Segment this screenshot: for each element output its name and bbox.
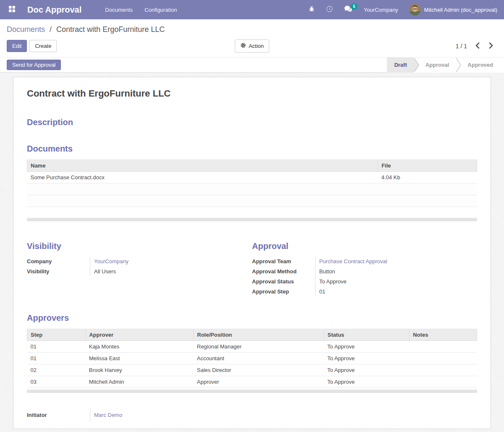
- navbar-systray: 5 YourCompany Mitchell Admin (doc_approv…: [303, 0, 499, 19]
- field-approval-method: Approval Method Button: [252, 266, 477, 276]
- status-step-approved[interactable]: Approved: [456, 58, 504, 73]
- approver-name-cell[interactable]: Brook Harvey: [86, 364, 194, 376]
- description-body: [27, 127, 477, 144]
- clock-icon: [326, 5, 333, 14]
- field-approval-team: Approval Team Purchase Contract Approval: [252, 256, 477, 266]
- approver-role-cell[interactable]: Sales Director: [194, 364, 324, 376]
- field-approval-step-label: Approval Step: [252, 288, 315, 295]
- approver-name-cell[interactable]: Mitchell Admin: [86, 376, 194, 388]
- approver-step-cell[interactable]: 02: [27, 364, 86, 376]
- field-approval-status-value: To Approve: [315, 276, 346, 286]
- approval-heading: Approval: [252, 241, 477, 251]
- documents-col-name[interactable]: Name: [27, 160, 378, 172]
- approvers-heading: Approvers: [27, 313, 477, 323]
- approver-notes-cell[interactable]: [410, 341, 477, 353]
- field-approval-method-value: Button: [315, 266, 335, 276]
- approvers-col-status[interactable]: Status: [324, 329, 409, 341]
- doc-approval-app: Doc Approval Documents Configuration 5: [0, 0, 504, 432]
- bug-icon: [308, 5, 315, 14]
- approvers-table-scrollbar[interactable]: [27, 390, 477, 393]
- breadcrumb-current: Contract with ErgoFurniture LLC: [56, 25, 165, 34]
- status-pipeline: Draft Approval Approved: [387, 58, 504, 73]
- company-switcher[interactable]: YourCompany: [358, 0, 404, 19]
- approver-role-cell[interactable]: Regional Manager: [194, 341, 324, 353]
- field-approval-team-label: Approval Team: [252, 258, 315, 264]
- app-brand[interactable]: Doc Approval: [21, 5, 87, 15]
- approver-notes-cell[interactable]: [410, 376, 477, 388]
- avatar: [409, 4, 421, 16]
- approver-row[interactable]: 01 Kaja Montes Regional Manager To Appro…: [27, 341, 477, 353]
- approvers-col-step[interactable]: Step: [27, 329, 86, 341]
- description-heading: Description: [27, 118, 477, 127]
- send-for-approval-button[interactable]: Send for Approval: [7, 60, 61, 70]
- apps-menu-button[interactable]: [3, 5, 21, 14]
- approver-status-cell[interactable]: To Approve: [324, 376, 409, 388]
- status-step-draft[interactable]: Draft: [387, 58, 414, 73]
- approver-row[interactable]: 02 Brook Harvey Sales Director To Approv…: [27, 364, 477, 376]
- pager-previous-button[interactable]: [475, 42, 480, 51]
- visibility-group: Visibility Company YourCompany Visibilit…: [27, 241, 252, 296]
- approvers-col-notes[interactable]: Notes: [410, 329, 477, 341]
- approver-status-cell[interactable]: To Approve: [324, 341, 409, 353]
- approval-group: Approval Approval Team Purchase Contract…: [252, 241, 477, 296]
- field-company-label: Company: [27, 258, 90, 264]
- activities-button[interactable]: [320, 0, 339, 19]
- approvers-col-role[interactable]: Role/Position: [194, 329, 324, 341]
- pager-next-button[interactable]: [488, 42, 494, 51]
- navbar-left: Doc Approval Documents Configuration: [3, 0, 183, 19]
- chevron-right-icon: [489, 42, 493, 50]
- breadcrumb: Documents / Contract with ErgoFurniture …: [0, 19, 504, 37]
- approver-role-cell[interactable]: Accountant: [194, 353, 324, 364]
- approver-row[interactable]: 01 Melissa East Accountant To Approve: [27, 353, 477, 364]
- document-row[interactable]: Some Purchase Contract.docx 4.04 Kb: [27, 172, 477, 183]
- approver-step-cell[interactable]: 01: [27, 341, 86, 353]
- user-menu[interactable]: Mitchell Admin (doc_approval): [404, 0, 499, 19]
- documents-col-file[interactable]: File: [378, 160, 477, 172]
- documents-heading: Documents: [27, 144, 477, 154]
- edit-button[interactable]: Edit: [7, 40, 27, 52]
- action-button-label: Action: [249, 43, 264, 49]
- empty-row: [27, 183, 477, 195]
- field-company: Company YourCompany: [27, 256, 252, 266]
- messages-count-badge: 5: [351, 3, 357, 10]
- debug-menu-button[interactable]: [303, 0, 320, 19]
- menu-documents[interactable]: Documents: [99, 0, 139, 19]
- status-step-approval[interactable]: Approval: [414, 58, 456, 73]
- field-approval-method-label: Approval Method: [252, 268, 315, 275]
- menu-configuration[interactable]: Configuration: [139, 0, 183, 19]
- documents-table-scrollbar[interactable]: [27, 218, 477, 221]
- approver-step-cell[interactable]: 01: [27, 353, 86, 364]
- control-panel-center: Action: [0, 39, 504, 52]
- approver-name-cell[interactable]: Kaja Montes: [86, 341, 194, 353]
- user-name: Mitchell Admin (doc_approval): [424, 7, 497, 13]
- pager: 1 / 1: [456, 42, 497, 51]
- document-file-cell[interactable]: 4.04 Kb: [378, 172, 477, 183]
- field-company-value[interactable]: YourCompany: [90, 256, 129, 266]
- form-view-background: Contract with ErgoFurniture LLC Descript…: [0, 73, 504, 432]
- chevron-left-icon: [475, 42, 480, 50]
- approver-row[interactable]: 03 Mitchell Admin Approver To Approve: [27, 376, 477, 388]
- form-groups: Visibility Company YourCompany Visibilit…: [27, 241, 477, 296]
- approver-status-cell[interactable]: To Approve: [324, 353, 409, 364]
- approver-notes-cell[interactable]: [410, 364, 477, 376]
- approvers-table-header: Step Approver Role/Position Status Notes: [27, 329, 477, 341]
- document-name-cell[interactable]: Some Purchase Contract.docx: [27, 172, 378, 183]
- field-approval-step-value: 01: [315, 286, 325, 296]
- control-panel-buttons: Edit Create: [7, 40, 57, 52]
- approver-status-cell[interactable]: To Approve: [324, 364, 409, 376]
- statusbar: Send for Approval Draft Approval Approve…: [0, 57, 504, 73]
- create-button[interactable]: Create: [29, 40, 57, 52]
- field-initiator-value[interactable]: Marc Demo: [90, 408, 122, 422]
- action-button[interactable]: Action: [235, 39, 269, 52]
- breadcrumb-separator: /: [50, 25, 52, 34]
- approver-step-cell[interactable]: 03: [27, 376, 86, 388]
- approver-role-cell[interactable]: Approver: [194, 376, 324, 388]
- breadcrumb-documents[interactable]: Documents: [7, 25, 45, 34]
- approver-notes-cell[interactable]: [410, 353, 477, 364]
- field-visibility-value: All Users: [90, 266, 116, 276]
- approvers-col-approver[interactable]: Approver: [86, 329, 194, 341]
- field-approval-team-value[interactable]: Purchase Contract Approval: [315, 256, 387, 266]
- messages-button[interactable]: 5: [339, 0, 358, 19]
- approver-name-cell[interactable]: Melissa East: [86, 353, 194, 364]
- field-approval-step: Approval Step 01: [252, 286, 477, 296]
